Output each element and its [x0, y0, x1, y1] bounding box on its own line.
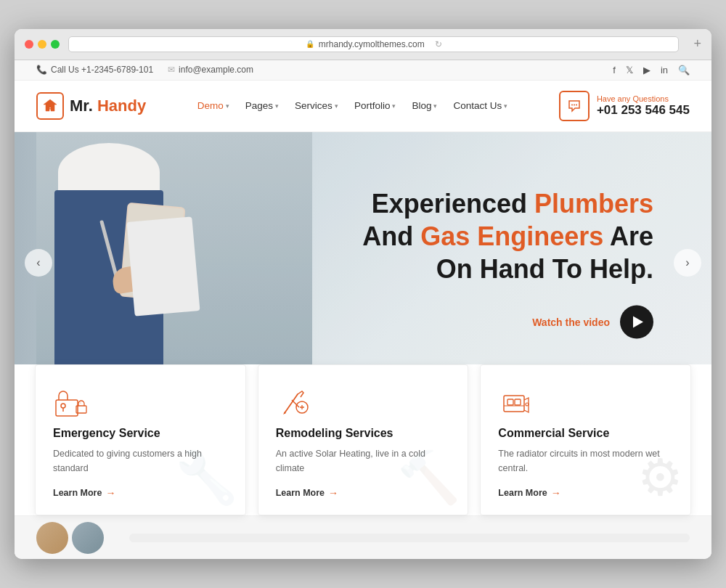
card-watermark: 🔧	[175, 448, 238, 507]
svg-rect-10	[507, 399, 513, 405]
carousel-prev-button[interactable]: ‹	[25, 249, 52, 277]
main-nav: Demo ▾ Pages ▾ Services ▾ Portfolio ▾ Bl…	[197, 100, 507, 111]
maximize-button[interactable]	[51, 40, 60, 49]
browser-titlebar: 🔒 mrhandy.cymolthemes.com ↻ +	[15, 29, 711, 60]
emergency-service-icon	[53, 385, 91, 423]
nav-arrow: ▾	[275, 102, 279, 110]
avatar-1	[36, 522, 68, 554]
hero-accent-plumbers: Plumbers	[534, 188, 653, 218]
browser-window: 🔒 mrhandy.cymolthemes.com ↻ + 📞 Call Us …	[15, 29, 711, 560]
logo-text: Mr. Handy	[70, 97, 146, 115]
nav-arrow: ▾	[335, 102, 338, 110]
contact-phone: +01 253 546 545	[597, 103, 690, 118]
contact-icon	[559, 91, 590, 121]
nav-arrow: ▾	[392, 102, 396, 110]
learn-more-arrow: →	[551, 487, 561, 499]
service-card-emergency: Emergency Service Dedicated to giving cu…	[35, 364, 246, 516]
svg-point-5	[61, 404, 65, 408]
card-watermark: ⚙	[637, 448, 683, 507]
email-icon: ✉	[168, 65, 175, 75]
services-row: Emergency Service Dedicated to giving cu…	[15, 364, 711, 516]
remodeling-service-title: Remodeling Services	[276, 426, 451, 441]
contact-info: Have any Questions +01 253 546 545	[597, 94, 690, 118]
top-bar-right: f 𝕏 ▶ in 🔍	[613, 65, 690, 75]
hero-line2-end: Are	[603, 221, 653, 250]
linkedin-icon[interactable]: in	[661, 65, 668, 75]
svg-point-12	[526, 403, 529, 406]
learn-more-arrow: →	[105, 487, 115, 499]
learn-more-arrow: →	[328, 487, 338, 499]
logo[interactable]: Mr. Handy	[36, 92, 146, 120]
svg-point-7	[81, 402, 81, 403]
svg-point-3	[576, 104, 577, 105]
commercial-service-icon	[498, 385, 536, 423]
top-bar: 📞 Call Us +1-2345-6789-101 ✉ info@exampl…	[15, 60, 711, 81]
traffic-lights	[25, 40, 60, 49]
facebook-icon[interactable]: f	[613, 65, 616, 75]
top-bar-left: 📞 Call Us +1-2345-6789-101 ✉ info@exampl…	[36, 65, 253, 75]
hero-cta: Watch the video	[362, 305, 653, 338]
avatar-2	[72, 522, 104, 554]
logo-icon	[36, 92, 64, 120]
hero-line2-start: And	[362, 221, 420, 250]
nav-arrow: ▾	[226, 102, 229, 110]
nav-demo[interactable]: Demo ▾	[197, 100, 229, 111]
phone-text: Call Us +1-2345-6789-101	[51, 65, 153, 75]
bottom-content	[129, 534, 690, 542]
service-card-remodeling: Remodeling Services An active Solar Heat…	[258, 364, 469, 516]
nav-portfolio[interactable]: Portfolio ▾	[354, 100, 396, 111]
hero-accent-gas: Gas Engineers	[420, 221, 603, 250]
url-text: mrhandy.cymolthemes.com	[319, 39, 425, 49]
lock-icon: 🔒	[306, 40, 314, 48]
close-button[interactable]	[25, 40, 33, 49]
remodeling-service-icon	[276, 385, 314, 423]
hero-line3: On Hand To Help.	[436, 253, 653, 283]
nav-pages[interactable]: Pages ▾	[245, 100, 279, 111]
email-text: info@example.com	[179, 65, 253, 75]
hero-content: Experienced Plumbers And Gas Engineers A…	[362, 187, 653, 338]
hero-section: ‹ › Experienced Plumbers And Gas Enginee…	[15, 132, 711, 393]
address-bar[interactable]: 🔒 mrhandy.cymolthemes.com ↻	[68, 36, 679, 52]
youtube-icon[interactable]: ▶	[643, 65, 650, 75]
card-watermark: 🔨	[397, 448, 460, 507]
nav-arrow: ▾	[433, 102, 437, 110]
svg-rect-9	[504, 396, 524, 412]
twitter-icon[interactable]: 𝕏	[626, 65, 633, 75]
nav-arrow: ▾	[504, 102, 507, 110]
search-icon[interactable]: 🔍	[678, 65, 690, 75]
nav-blog[interactable]: Blog ▾	[412, 100, 437, 111]
hero-line1: Experienced	[372, 188, 534, 218]
nav-contact[interactable]: Contact Us ▾	[453, 100, 507, 111]
minimize-button[interactable]	[38, 40, 46, 49]
phone-icon: 📞	[36, 65, 47, 75]
header: Mr. Handy Demo ▾ Pages ▾ Services ▾ Port…	[15, 81, 711, 132]
new-tab-button[interactable]: +	[693, 36, 701, 52]
contact-question: Have any Questions	[597, 94, 690, 103]
nav-services[interactable]: Services ▾	[295, 100, 338, 111]
svg-point-2	[574, 104, 575, 105]
svg-rect-4	[56, 400, 78, 416]
watch-video-label[interactable]: Watch the video	[532, 316, 610, 327]
svg-point-1	[571, 104, 573, 105]
bottom-peek	[15, 515, 711, 559]
commercial-service-title: Commercial Service	[498, 426, 673, 441]
svg-rect-11	[515, 399, 521, 405]
phone-info: 📞 Call Us +1-2345-6789-101	[36, 65, 153, 75]
play-button[interactable]	[620, 305, 653, 338]
header-contact: Have any Questions +01 253 546 545	[559, 91, 690, 121]
email-info: ✉ info@example.com	[168, 65, 253, 75]
reload-icon[interactable]: ↻	[435, 39, 442, 49]
hero-headline: Experienced Plumbers And Gas Engineers A…	[362, 187, 653, 285]
carousel-next-button[interactable]: ›	[674, 249, 701, 277]
service-card-commercial: Commercial Service The radiator circuits…	[480, 364, 691, 516]
emergency-service-title: Emergency Service	[53, 426, 228, 441]
